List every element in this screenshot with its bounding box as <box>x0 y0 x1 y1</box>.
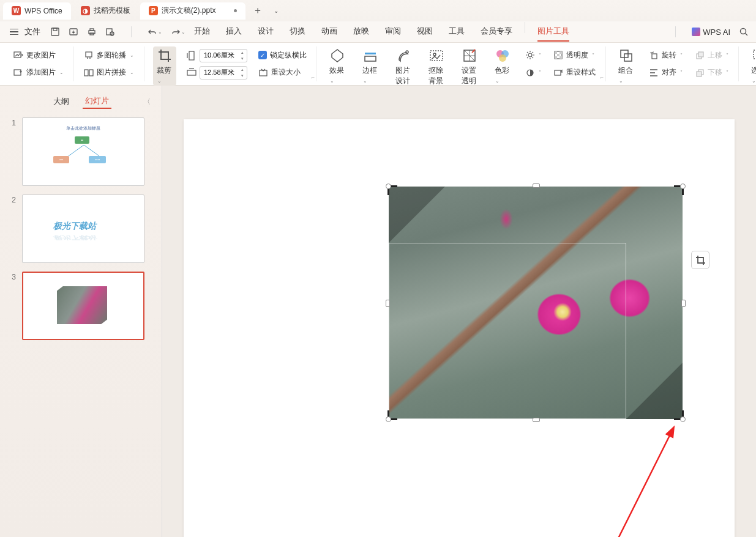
spin-up[interactable]: ▴ <box>238 67 247 73</box>
floating-crop-button[interactable] <box>691 251 709 269</box>
transparency-button[interactable]: 透明度˅ <box>552 48 597 62</box>
resize-handle-r[interactable] <box>681 300 686 307</box>
export-icon[interactable] <box>69 27 78 37</box>
spin-down[interactable]: ▾ <box>238 73 247 79</box>
group-button[interactable]: 组合⌄ <box>615 46 638 86</box>
flower-image[interactable] <box>389 187 683 419</box>
new-tab-button[interactable]: ＋ <box>250 4 265 18</box>
tab-tools[interactable]: 工具 <box>449 22 465 42</box>
print-preview-icon[interactable] <box>105 27 115 37</box>
svg-rect-34 <box>555 56 557 59</box>
resize-handle-l[interactable] <box>386 300 390 307</box>
svg-rect-16 <box>189 51 194 60</box>
svg-rect-19 <box>365 56 376 61</box>
slides-tab[interactable]: 幻灯片 <box>83 94 111 109</box>
undo-icon[interactable]: ⌄ <box>148 27 157 37</box>
unsaved-dot-icon <box>234 9 237 12</box>
resize-handle-b[interactable] <box>533 418 540 422</box>
canvas[interactable] <box>162 86 756 537</box>
resize-handle-tr[interactable] <box>680 183 686 189</box>
document-tab[interactable]: P 演示文稿(2).pptx <box>140 2 246 20</box>
svg-rect-17 <box>187 70 196 75</box>
spin-up[interactable]: ▴ <box>238 50 247 56</box>
picture-join-button[interactable]: 图片拼接⌄ <box>83 65 135 80</box>
svg-rect-10 <box>14 70 21 75</box>
multi-outline-button[interactable]: 多图轮播⌄ <box>83 48 135 62</box>
print-icon[interactable] <box>87 27 97 37</box>
quick-access-toolbar: ⌄ ⌄ <box>50 26 181 37</box>
redo-icon[interactable]: ⌄ <box>171 27 181 37</box>
svg-rect-44 <box>754 50 756 59</box>
resize-handle-t[interactable] <box>533 183 540 188</box>
effect-icon <box>329 48 345 64</box>
picture-design-button[interactable]: 图片设计 <box>392 46 415 87</box>
brightness-button[interactable]: ˅ <box>524 48 542 62</box>
slide-thumb-1[interactable]: 单击此处添加标题 •• ••• •••• <box>22 117 144 186</box>
border-button[interactable]: 边框⌄ <box>359 46 382 86</box>
lock-ratio-checkbox[interactable]: ✓锁定纵横比 <box>257 48 308 62</box>
slide-thumb-2[interactable]: 极光下载站 极光下载站 <box>22 194 144 263</box>
new-tab-dropdown[interactable]: ⌄ <box>269 4 283 18</box>
workspace: 大纲 幻灯片 〈 1 单击此处添加标题 •• ••• •••• 2 <box>0 86 756 537</box>
template-tab[interactable]: ◑ 找稻壳模板 <box>72 2 139 20</box>
transparent-icon <box>462 48 477 64</box>
tab-insert[interactable]: 插入 <box>226 22 242 42</box>
svg-point-13 <box>89 57 91 59</box>
svg-rect-1 <box>53 28 57 31</box>
crop-icon <box>157 48 173 64</box>
resize-handle-bl[interactable] <box>386 417 391 422</box>
effect-button[interactable]: 效果⌄ <box>326 46 349 86</box>
save-icon[interactable] <box>50 27 60 37</box>
svg-rect-35 <box>560 56 562 59</box>
svg-rect-14 <box>84 70 88 76</box>
file-menu[interactable]: 文件 <box>24 26 40 37</box>
wps-ai-button[interactable]: WPS AI <box>692 28 730 37</box>
group-expand-icon[interactable]: ⌐ <box>601 74 604 80</box>
menu-icon[interactable] <box>7 26 21 38</box>
select-button[interactable]: 选择⌄ <box>747 46 756 86</box>
spin-down[interactable]: ▾ <box>238 56 247 62</box>
tab-member[interactable]: 会员专享 <box>481 22 512 42</box>
contrast-button[interactable]: ˅ <box>524 66 542 80</box>
home-tab[interactable]: W WPS Office <box>3 2 71 20</box>
svg-point-28 <box>528 53 532 57</box>
tab-design[interactable]: 设计 <box>258 22 274 42</box>
title-bar: W WPS Office ◑ 找稻壳模板 P 演示文稿(2).pptx ＋ ⌄ <box>0 0 756 21</box>
svg-point-23 <box>433 53 436 56</box>
outline-tab[interactable]: 大纲 <box>51 95 72 108</box>
align-button[interactable]: 对齐˅ <box>648 65 684 80</box>
reset-size-button[interactable]: 重设大小 <box>257 65 308 80</box>
resize-handle-br[interactable] <box>680 417 686 422</box>
svg-rect-4 <box>90 29 94 31</box>
tab-view[interactable]: 视图 <box>417 22 433 42</box>
svg-rect-39 <box>652 54 657 59</box>
add-picture-button[interactable]: 添加图片⌄ <box>12 65 65 80</box>
group-expand-icon[interactable]: ⌐ <box>312 74 315 80</box>
slide[interactable] <box>184 119 735 537</box>
svg-rect-0 <box>51 28 59 35</box>
tab-animation[interactable]: 动画 <box>321 22 337 42</box>
tab-transition[interactable]: 切换 <box>290 22 305 42</box>
color-button[interactable]: 色彩⌄ <box>491 46 514 86</box>
group-icon <box>618 48 634 64</box>
selected-image[interactable] <box>389 187 683 419</box>
reset-style-button[interactable]: 重设样式 <box>552 65 597 80</box>
annotation-arrow <box>612 422 686 537</box>
add-picture-icon <box>13 68 23 78</box>
crop-region[interactable] <box>389 243 626 419</box>
slide-number: 2 <box>9 194 16 204</box>
template-tab-label: 找稻壳模板 <box>94 6 130 16</box>
rotate-button[interactable]: 旋转˅ <box>648 48 684 62</box>
crop-button[interactable]: 裁剪⌄ <box>153 46 176 86</box>
slide-thumb-3[interactable] <box>22 272 144 340</box>
change-picture-button[interactable]: 更改图片 <box>12 48 65 62</box>
svg-point-21 <box>406 51 408 53</box>
collapse-icon[interactable]: 〈 <box>143 97 151 107</box>
search-icon[interactable] <box>739 27 749 37</box>
tab-review[interactable]: 审阅 <box>385 22 401 42</box>
tab-picture-tools[interactable]: 图片工具 <box>537 22 569 42</box>
tab-slideshow[interactable]: 放映 <box>353 22 369 42</box>
tab-start[interactable]: 开始 <box>194 22 210 42</box>
svg-rect-11 <box>86 52 92 57</box>
resize-handle-tl[interactable] <box>386 183 391 189</box>
